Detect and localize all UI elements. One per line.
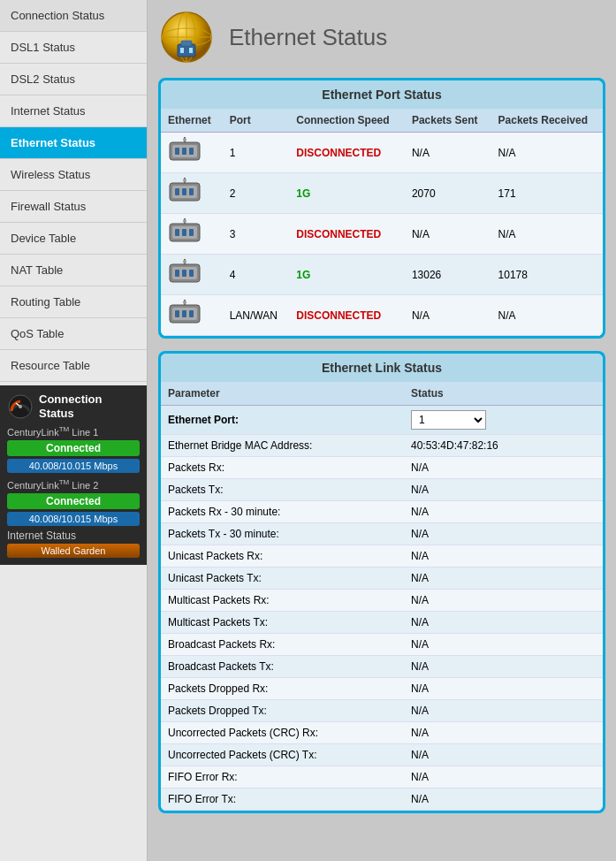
page-title: Ethernet Status [229,24,387,51]
link-value: 40:53:4D:47:82:16 [404,435,603,457]
port-speed: DISCONNECTED [289,214,405,255]
port-row-2: 3DISCONNECTEDN/AN/A [161,214,603,255]
packets-received: N/A [491,133,603,173]
sidebar-item-connection-status[interactable]: Connection Status [0,0,147,32]
port-number: 4 [223,255,290,295]
ethernet-port-select-cell: 1234LAN/WAN [404,406,603,435]
port-number: 3 [223,214,290,255]
svg-rect-35 [175,270,179,277]
port-icon-cell [161,173,223,214]
port-row-1: 21G2070171 [161,173,603,214]
link-param: Multicast Packets Rx: [161,590,404,612]
packets-received: 171 [491,173,603,214]
svg-point-39 [183,260,186,263]
packets-received: 10178 [491,255,603,295]
link-row-12: Packets Dropped Tx:N/A [161,700,603,722]
sidebar-item-device-table[interactable]: Device Table [0,223,147,255]
ethernet-port-select[interactable]: 1234LAN/WAN [411,410,486,430]
sidebar-item-ethernet-status[interactable]: Ethernet Status [0,127,147,159]
connection-status-widget: ConnectionStatus CenturyLinkTM Line 1Con… [0,385,147,565]
link-param: Unicast Packets Rx: [161,545,404,568]
sidebar-item-resource-table[interactable]: Resource Table [0,350,147,382]
sidebar-item-wireless-status[interactable]: Wireless Status [0,159,147,191]
link-param: Packets Dropped Rx: [161,678,404,700]
port-icon-cell [161,133,223,173]
col-ethernet: Ethernet [161,109,223,133]
col-speed: Connection Speed [289,109,405,133]
packets-sent: 2070 [405,173,491,214]
sidebar-item-routing-table[interactable]: Routing Table [0,286,147,318]
svg-rect-37 [189,270,194,277]
sidebar-item-dsl1-status[interactable]: DSL1 Status [0,32,147,64]
packets-sent: N/A [405,295,491,336]
packets-sent: 13026 [405,255,491,295]
svg-rect-36 [182,270,186,277]
port-speed: 1G [289,173,405,214]
link-param: Unicast Packets Tx: [161,568,404,590]
port-row-0: 1DISCONNECTEDN/AN/A [161,133,603,173]
link-param: Packets Dropped Tx: [161,700,404,722]
link-status-tbody: Ethernet Port:1234LAN/WANEthernet Bridge… [161,406,603,811]
link-value: N/A [404,700,603,722]
sidebar-item-firewall-status[interactable]: Firewall Status [0,191,147,223]
link-value: N/A [404,678,603,700]
ethernet-port-label: Ethernet Port: [161,406,404,435]
internet-status-label: Internet Status [7,530,140,542]
port-status-header-row: Ethernet Port Connection Speed Packets S… [161,109,603,133]
link-value: N/A [404,656,603,678]
packets-sent: N/A [405,133,491,173]
main-content: Ethernet Status Ethernet Port Status Eth… [148,0,616,861]
link-row-2: Packets Tx:N/A [161,479,603,501]
col-port: Port [223,109,290,133]
link-value: N/A [404,523,603,545]
sidebar-item-nat-table[interactable]: NAT Table [0,255,147,286]
widget-line1-status: Connected [7,440,140,456]
link-param: Packets Tx: [161,479,404,501]
link-value: N/A [404,612,603,634]
sidebar-item-dsl2-status[interactable]: DSL2 Status [0,64,147,95]
link-status-panel-inner: Ethernet Link Status Parameter Status Et… [161,354,603,811]
packets-received: N/A [491,214,603,255]
widget-line1-label: CenturyLinkTM Line 1 [7,425,140,438]
svg-point-2 [19,405,22,408]
port-icon-cell [161,214,223,255]
widget-line1: CenturyLinkTM Line 1Connected40.008/10.0… [7,425,140,473]
col-received: Packets Received [491,109,603,133]
widget-line2-label: CenturyLinkTM Line 2 [7,478,140,491]
eth-port-icon [168,300,202,328]
svg-rect-16 [189,148,194,155]
svg-rect-30 [189,229,194,236]
link-value: N/A [404,634,603,656]
link-value: N/A [404,766,603,789]
svg-rect-21 [175,188,179,195]
link-param: FIFO Error Rx: [161,766,404,789]
link-value: N/A [404,722,603,744]
sidebar-item-internet-status[interactable]: Internet Status [0,95,147,127]
svg-rect-42 [175,310,179,317]
link-param: Packets Rx: [161,457,404,479]
link-param: Broadcast Packets Rx: [161,634,404,656]
widget-line1-speed: 40.008/10.015 Mbps [7,459,140,473]
port-status-table: Ethernet Port Connection Speed Packets S… [161,109,603,336]
port-number: LAN/WAN [223,295,290,336]
port-status-panel-inner: Ethernet Port Status Ethernet Port Conne… [161,80,603,336]
status-header: Status [404,382,603,406]
link-row-8: Multicast Packets Tx:N/A [161,612,603,634]
link-row-11: Packets Dropped Rx:N/A [161,678,603,700]
ethernet-status-icon [158,9,215,65]
link-row-4: Packets Tx - 30 minute:N/A [161,523,603,545]
link-row-6: Unicast Packets Tx:N/A [161,568,603,590]
eth-port-icon [168,259,202,287]
sidebar-item-qos-table[interactable]: QoS Table [0,318,147,350]
svg-rect-11 [181,41,192,46]
svg-point-32 [183,219,186,223]
link-param: Multicast Packets Tx: [161,612,404,634]
link-row-0: Ethernet Bridge MAC Address:40:53:4D:47:… [161,435,603,457]
widget-line2-status: Connected [7,493,140,509]
svg-rect-44 [189,310,194,317]
svg-rect-23 [189,188,194,195]
link-value: N/A [404,479,603,501]
sidebar-nav: Connection StatusDSL1 StatusDSL2 StatusI… [0,0,147,382]
link-param: Broadcast Packets Tx: [161,656,404,678]
port-row-4: LAN/WANDISCONNECTEDN/AN/A [161,295,603,336]
